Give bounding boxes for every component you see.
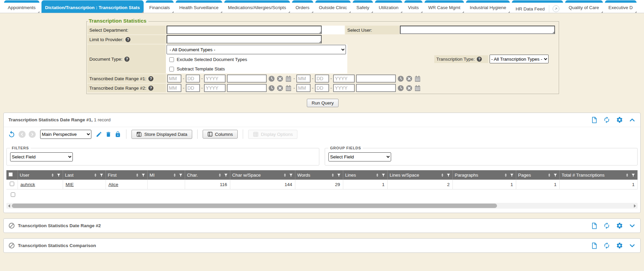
start-day-input[interactable] [186,74,200,83]
tab-wr-case-mgmt[interactable]: WR Case Mgmt [425,0,464,13]
user-link[interactable]: auhrick [21,182,35,187]
sort-icon[interactable] [218,173,222,177]
tab-visits[interactable]: Visits [404,0,422,13]
tab-orders[interactable]: Orders [292,0,313,13]
end-day-input[interactable] [315,74,329,83]
refresh-icon[interactable] [603,222,610,229]
help-icon[interactable]: ? [477,57,482,62]
end-time-input[interactable] [356,74,396,83]
clock-icon[interactable] [397,75,404,82]
refresh-icon[interactable] [603,116,610,123]
tab-outside-clinic[interactable]: Outside Clinic [315,0,351,13]
transcription-type-select[interactable]: - All Transcription Types - [490,55,549,63]
end-year-input[interactable] [333,74,355,83]
resize-grip-icon[interactable] [319,41,321,43]
help-icon[interactable]: ? [124,57,129,62]
start-time-input[interactable] [227,74,267,83]
collapse-chevron-up-icon[interactable] [629,117,636,123]
row-checkbox[interactable] [11,192,15,197]
prev-perspective-icon[interactable] [19,131,26,138]
calendar-icon[interactable] [414,85,421,92]
filter-funnel-icon[interactable] [289,173,293,177]
help-icon[interactable]: ? [148,76,153,81]
sort-icon[interactable] [93,173,97,177]
filter-funnel-icon[interactable] [337,173,341,177]
clear-date-icon[interactable] [406,75,413,82]
help-icon[interactable]: ? [125,37,130,42]
filter-funnel-icon[interactable] [553,173,557,177]
filter-funnel-icon[interactable] [179,173,183,177]
start-time-input[interactable] [227,84,267,92]
end-month-input[interactable] [296,84,311,92]
filter-funnel-icon[interactable] [631,173,635,177]
column-header-paragraphs[interactable]: Paragraphs [452,170,516,180]
column-header-lines[interactable]: Lines [343,170,387,180]
end-year-input[interactable] [333,84,355,92]
edit-pencil-icon[interactable] [96,131,102,138]
reset-undo-icon[interactable] [8,130,16,138]
clear-date-icon[interactable] [276,75,284,82]
first-name-link[interactable]: Alice [109,182,118,187]
filter-funnel-icon[interactable] [510,173,514,177]
columns-button[interactable]: Columns [203,130,238,139]
select-department-input[interactable] [167,26,322,34]
sort-icon[interactable] [375,173,379,177]
tab-medications-allergies-scripts[interactable]: Medications/Allergies/Scripts [224,0,290,13]
lock-icon[interactable] [115,131,121,138]
tab-appointments[interactable]: Appointments [4,0,39,13]
limit-provider-input[interactable] [167,35,322,43]
select-all-checkbox[interactable] [8,172,13,177]
report-document-icon[interactable] [591,117,597,123]
column-header-total-transcriptions[interactable]: Total # Transcriptions [559,170,638,180]
filter-funnel-icon[interactable] [99,173,104,177]
tab-safety[interactable]: Safety [353,0,373,13]
filter-funnel-icon[interactable] [446,173,450,177]
clock-icon[interactable] [397,85,404,92]
gear-icon[interactable] [616,222,623,229]
end-time-input[interactable] [356,84,396,92]
help-icon[interactable]: ? [148,86,153,91]
column-header-user[interactable]: User [18,170,63,180]
filter-funnel-icon[interactable] [381,173,385,177]
tab-dictation-transcription[interactable]: Dictation/Transcription : Transcription … [41,0,144,13]
filter-funnel-icon[interactable] [57,173,61,177]
column-header-char[interactable]: Char. [185,170,230,180]
sort-icon[interactable] [440,173,444,177]
calendar-icon[interactable] [285,75,292,82]
sort-icon[interactable] [625,173,629,177]
end-day-input[interactable] [315,84,329,92]
scrollbar-thumb[interactable] [12,204,497,208]
document-type-select[interactable]: - All Document Types - [167,45,346,54]
scroll-right-arrow-icon[interactable] [634,204,636,208]
start-day-input[interactable] [186,84,200,92]
sort-icon[interactable] [173,173,177,177]
column-header-first[interactable]: First [106,170,147,180]
next-perspective-icon[interactable] [29,131,36,138]
column-header-words[interactable]: Words [295,170,343,180]
tab-industrial-hygiene[interactable]: Industrial Hygiene [466,0,510,13]
calendar-icon[interactable] [285,85,292,92]
tab-executive[interactable]: Executive D [605,0,637,13]
sort-icon[interactable] [283,173,287,177]
expand-chevron-down-icon[interactable] [629,222,636,229]
sort-icon[interactable] [504,173,508,177]
external-link-icon[interactable] [553,5,559,12]
start-year-input[interactable] [204,84,226,92]
exclude-doc-types-checkbox[interactable] [169,57,174,62]
scrollbar-track[interactable] [12,203,634,209]
filter-funnel-icon[interactable] [224,173,228,177]
clear-date-icon[interactable] [406,85,413,92]
resize-grip-icon[interactable] [552,31,554,34]
refresh-icon[interactable] [603,242,610,249]
expand-chevron-down-icon[interactable] [629,242,636,249]
subtract-template-checkbox[interactable] [169,67,174,71]
column-header-mi[interactable]: MI [147,170,185,180]
gear-icon[interactable] [616,116,623,123]
start-month-input[interactable] [167,74,181,83]
tab-health-surveillance[interactable]: Health Surveillance [176,0,222,13]
start-year-input[interactable] [204,74,226,83]
clock-icon[interactable] [268,85,275,92]
tab-utilization[interactable]: Utilization [375,0,402,13]
end-month-input[interactable] [296,74,311,83]
sort-icon[interactable] [51,173,55,177]
